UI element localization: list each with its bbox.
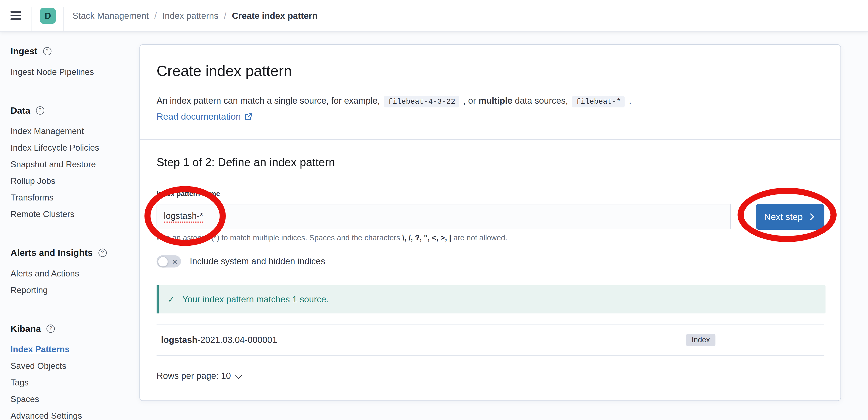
chevron-down-icon (235, 372, 242, 379)
sidebar-item-snapshot-and-restore[interactable]: Snapshot and Restore (11, 156, 133, 173)
sidebar-section-kibana: Kibana ? Index Patterns Saved Objects Ta… (11, 324, 133, 420)
sidebar-item-index-lifecycle-policies[interactable]: Index Lifecycle Policies (11, 140, 133, 156)
index-name: logstash-2021.03.04-000001 (161, 335, 277, 345)
sidebar-section-alerts-and-insights: Alerts and Insights ? Alerts and Actions… (11, 248, 133, 299)
breadcrumb-index-patterns[interactable]: Index patterns (162, 11, 218, 21)
sidebar-section-title: Data ? (11, 105, 133, 115)
hamburger-icon (11, 11, 21, 12)
sidebar-item-saved-objects[interactable]: Saved Objects (11, 358, 133, 374)
divider (157, 355, 825, 356)
sidebar-item-transforms[interactable]: Transforms (11, 189, 133, 206)
sidebar-item-rollup-jobs[interactable]: Rollup Jobs (11, 173, 133, 189)
next-step-button[interactable]: Next step (756, 204, 825, 230)
code-chip: filebeat-* (572, 96, 625, 108)
hamburger-menu-button[interactable] (11, 9, 23, 22)
chevron-right-icon (808, 213, 816, 221)
help-icon[interactable]: ? (36, 106, 44, 114)
toggle-knob (157, 256, 168, 267)
sidebar-item-spaces[interactable]: Spaces (11, 391, 133, 408)
check-icon: ✓ (168, 295, 175, 304)
create-index-pattern-panel: Create index pattern An index pattern ca… (140, 44, 841, 401)
header-divider (63, 7, 64, 31)
header-divider (32, 7, 32, 31)
breadcrumb-stack-management[interactable]: Stack Management (72, 11, 149, 21)
external-link-icon (245, 113, 252, 120)
include-hidden-indices-toggle[interactable]: ✕ (157, 255, 181, 268)
include-hidden-indices-row: ✕ Include system and hidden indices (157, 255, 325, 268)
breadcrumb-separator: / (154, 11, 157, 21)
sidebar-item-index-management[interactable]: Index Management (11, 123, 133, 140)
space-avatar[interactable]: D (40, 8, 56, 24)
rows-per-page-control[interactable]: Rows per page: 10 (157, 369, 240, 383)
table-row: logstash-2021.03.04-000001 Index (157, 325, 826, 355)
help-icon[interactable]: ? (98, 248, 107, 257)
sidebar-item-ingest-node-pipelines[interactable]: Ingest Node Pipelines (11, 64, 133, 80)
close-icon: ✕ (170, 255, 179, 268)
callout-message: Your index pattern matches 1 source. (182, 295, 329, 304)
sidebar-item-remote-clusters[interactable]: Remote Clusters (11, 206, 133, 223)
management-sidebar: Ingest ? Ingest Node Pipelines Data ? In… (0, 32, 133, 420)
top-bar: D Stack Management / Index patterns / Cr… (0, 0, 868, 32)
intro-text: An index pattern can match a single sour… (157, 94, 830, 109)
sidebar-section-data: Data ? Index Management Index Lifecycle … (11, 105, 133, 223)
divider (140, 139, 841, 140)
sidebar-section-ingest: Ingest ? Ingest Node Pipelines (11, 46, 133, 80)
sidebar-section-title: Kibana ? (11, 324, 133, 333)
help-text: Use an asterisk (*) to match multiple in… (157, 234, 507, 242)
index-badge: Index (686, 334, 715, 346)
step-heading: Step 1 of 2: Define an index pattern (157, 156, 335, 169)
sidebar-item-tags[interactable]: Tags (11, 374, 133, 391)
read-documentation-link[interactable]: Read documentation (157, 111, 252, 122)
sidebar-section-title: Ingest ? (11, 46, 133, 56)
match-success-callout: ✓ Your index pattern matches 1 source. (157, 285, 826, 314)
breadcrumb-create-index-pattern: Create index pattern (232, 11, 318, 21)
help-icon[interactable]: ? (43, 47, 51, 55)
index-pattern-name-label: Index pattern name (157, 190, 220, 198)
help-icon[interactable]: ? (46, 324, 55, 333)
disallowed-characters: \, /, ?, ", <, >, | (402, 234, 452, 242)
sidebar-section-title: Alerts and Insights ? (11, 248, 133, 258)
sidebar-item-reporting[interactable]: Reporting (11, 282, 133, 299)
breadcrumb: Stack Management / Index patterns / Crea… (72, 0, 318, 32)
code-chip: filebeat-4-3-22 (384, 96, 459, 108)
index-pattern-value: logstash-* (164, 211, 203, 222)
sidebar-item-alerts-and-actions[interactable]: Alerts and Actions (11, 265, 133, 282)
page-title: Create index pattern (157, 60, 292, 82)
toggle-label: Include system and hidden indices (190, 256, 325, 267)
sidebar-item-index-patterns[interactable]: Index Patterns (11, 341, 133, 358)
sidebar-item-advanced-settings[interactable]: Advanced Settings (11, 408, 133, 420)
breadcrumb-separator: / (224, 11, 226, 21)
index-pattern-input[interactable]: logstash-* (157, 204, 731, 229)
page: D Stack Management / Index patterns / Cr… (0, 0, 868, 420)
